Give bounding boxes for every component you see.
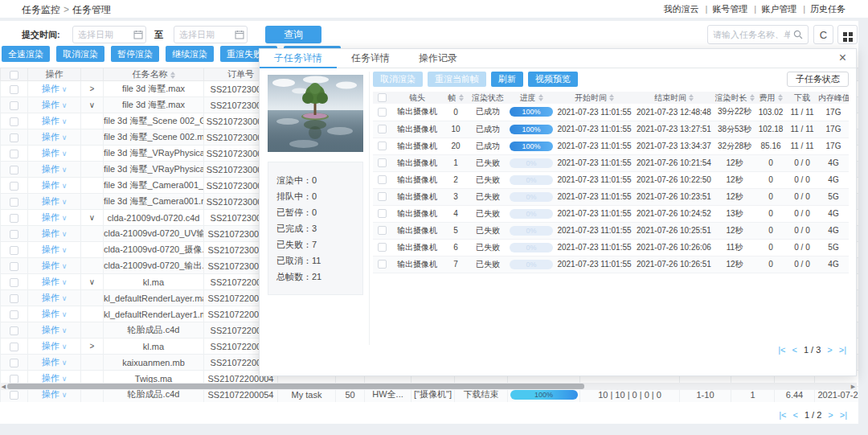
row-action-link[interactable]: 操作 ∨: [42, 132, 68, 142]
row-checkbox[interactable]: [378, 158, 387, 167]
row-checkbox[interactable]: [10, 294, 18, 303]
row-action-link[interactable]: 操作 ∨: [42, 341, 68, 351]
row-checkbox[interactable]: [10, 326, 18, 335]
refresh-icon[interactable]: C: [813, 25, 833, 44]
panel-tab[interactable]: 子任务详情: [260, 49, 337, 68]
row-checkbox[interactable]: [378, 125, 387, 133]
row-action-link[interactable]: 操作 ∨: [42, 261, 68, 270]
subtask-status-button[interactable]: 子任务状态: [787, 72, 849, 87]
expand-toggle[interactable]: [81, 129, 104, 146]
subtask-row[interactable]: 输出摄像机 0 已成功 100% 2021-07-23 11:01:55 202…: [373, 104, 849, 121]
subtask-row[interactable]: 输出摄像机 20 已成功 100% 2021-07-23 11:01:55 20…: [373, 137, 849, 154]
last-page-icon[interactable]: >|: [839, 345, 846, 355]
row-checkbox[interactable]: [10, 182, 18, 191]
row-checkbox[interactable]: [10, 246, 18, 255]
row-action-link[interactable]: 操作 ∨: [42, 373, 68, 383]
row-checkbox[interactable]: [10, 214, 18, 223]
top-menu-item[interactable]: 账户管理: [747, 4, 796, 14]
panel-tab[interactable]: 操作记录: [404, 49, 472, 68]
row-action-link[interactable]: 操作 ∨: [42, 389, 68, 399]
row-checkbox[interactable]: [10, 310, 18, 319]
date-to-input[interactable]: [174, 26, 248, 43]
row-checkbox[interactable]: [10, 150, 18, 158]
action-button[interactable]: 全速渲染: [2, 46, 50, 62]
expand-toggle[interactable]: [81, 194, 104, 210]
row-checkbox[interactable]: [378, 108, 387, 117]
row-checkbox[interactable]: [10, 198, 18, 207]
row-checkbox[interactable]: [378, 260, 387, 269]
sort-icon[interactable]: [689, 94, 694, 101]
close-icon[interactable]: ×: [839, 51, 846, 65]
row-checkbox[interactable]: [378, 243, 387, 252]
row-checkbox[interactable]: [378, 175, 387, 184]
row-action-link[interactable]: 操作 ∨: [42, 196, 68, 206]
col-end-time[interactable]: 结束时间: [634, 92, 714, 104]
row-action-link[interactable]: 操作 ∨: [42, 293, 68, 302]
select-all-checkbox[interactable]: [10, 71, 18, 80]
row-checkbox[interactable]: [10, 230, 18, 239]
expand-toggle[interactable]: [81, 290, 104, 306]
prev-page-icon[interactable]: <: [792, 410, 797, 420]
grid-view-icon[interactable]: [837, 25, 858, 44]
first-page-icon[interactable]: |<: [778, 345, 785, 355]
row-checkbox[interactable]: [10, 262, 18, 271]
top-menu-item[interactable]: 账号管理: [698, 4, 747, 14]
col-duration[interactable]: 渲染时长: [714, 92, 755, 104]
last-page-icon[interactable]: >|: [840, 410, 847, 420]
expand-toggle[interactable]: [81, 162, 104, 178]
subtask-row[interactable]: 输出摄像机 6 已失败 0% 2021-07-23 11:01:55 2021-…: [373, 239, 849, 256]
panel-tab[interactable]: 任务详情: [337, 49, 404, 68]
panel-action-button[interactable]: 取消渲染: [373, 72, 423, 87]
row-checkbox[interactable]: [10, 117, 18, 126]
subtask-row[interactable]: 输出摄像机 7 已失败 0% 2021-07-23 11:01:55 2021-…: [373, 256, 849, 273]
expand-toggle[interactable]: [81, 146, 104, 162]
row-action-link[interactable]: 操作 ∨: [42, 325, 68, 334]
row-action-link[interactable]: 操作 ∨: [42, 277, 68, 286]
expand-toggle[interactable]: [81, 355, 104, 371]
scroll-right-icon[interactable]: ▶: [850, 383, 857, 390]
row-checkbox[interactable]: [378, 142, 387, 150]
subtask-row[interactable]: 输出摄像机 2 已失败 0% 2021-07-23 11:01:55 2021-…: [373, 171, 849, 188]
top-menu-item[interactable]: 我的渲云: [663, 4, 698, 14]
date-from-input[interactable]: [72, 26, 146, 43]
expand-toggle[interactable]: [81, 113, 104, 129]
scrollbar-thumb[interactable]: [7, 384, 584, 389]
col-start-time[interactable]: 开始时间: [555, 92, 634, 104]
row-action-link[interactable]: 操作 ∨: [42, 309, 68, 318]
panel-action-button[interactable]: 视频预览: [528, 72, 578, 87]
sort-icon[interactable]: [750, 94, 755, 101]
sort-icon[interactable]: [170, 72, 175, 79]
row-checkbox[interactable]: [10, 391, 18, 400]
expand-toggle[interactable]: [81, 226, 104, 242]
subtask-row[interactable]: 输出摄像机 10 已成功 100% 2021-07-23 11:01:55 20…: [373, 121, 849, 137]
expand-toggle[interactable]: >: [81, 81, 104, 97]
prev-page-icon[interactable]: <: [792, 345, 796, 355]
row-checkbox[interactable]: [10, 278, 18, 287]
row-checkbox[interactable]: [10, 166, 18, 174]
row-action-link[interactable]: 操作 ∨: [42, 228, 68, 238]
next-page-icon[interactable]: >: [828, 410, 833, 420]
row-checkbox[interactable]: [378, 192, 387, 201]
row-action-link[interactable]: 操作 ∨: [42, 116, 68, 125]
row-action-link[interactable]: 操作 ∨: [42, 180, 68, 190]
first-page-icon[interactable]: |<: [779, 410, 786, 420]
row-checkbox[interactable]: [10, 133, 18, 142]
next-page-icon[interactable]: >: [827, 345, 832, 355]
row-action-link[interactable]: 操作 ∨: [42, 84, 68, 93]
subtask-row[interactable]: 输出摄像机 3 已失败 0% 2021-07-23 11:01:55 2021-…: [373, 188, 849, 205]
expand-toggle[interactable]: >: [81, 339, 104, 355]
search-input[interactable]: [713, 27, 790, 43]
scroll-left-icon[interactable]: ◀: [0, 383, 7, 390]
row-action-link[interactable]: 操作 ∨: [42, 244, 68, 254]
top-menu-item[interactable]: 历史任务: [796, 4, 845, 14]
col-progress[interactable]: 进度: [508, 92, 555, 104]
row-checkbox[interactable]: [378, 226, 387, 235]
action-button[interactable]: 继续渲染: [166, 46, 214, 62]
expand-toggle[interactable]: [81, 306, 104, 322]
row-action-link[interactable]: 操作 ∨: [42, 357, 68, 367]
expand-toggle[interactable]: [81, 322, 104, 339]
horizontal-scrollbar[interactable]: ◀ ▶: [0, 383, 857, 390]
row-checkbox[interactable]: [10, 101, 18, 110]
panel-action-button[interactable]: 重渲当前帧: [428, 72, 486, 87]
subtask-row[interactable]: 输出摄像机 5 已失败 0% 2021-07-23 11:01:55 2021-…: [373, 222, 849, 239]
